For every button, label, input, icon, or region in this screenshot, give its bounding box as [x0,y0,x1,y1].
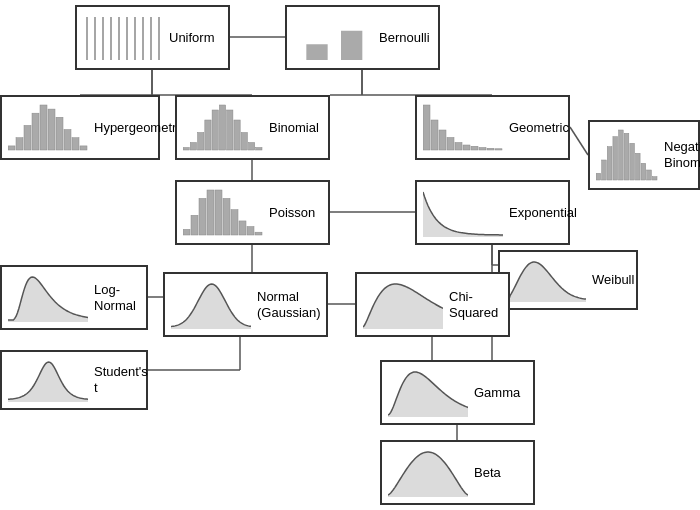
svg-rect-87 [255,232,262,235]
svg-rect-82 [215,190,222,235]
svg-rect-50 [212,110,218,150]
dist-chart-hypergeometric [8,103,88,152]
svg-rect-83 [223,198,230,235]
svg-rect-73 [630,143,635,180]
svg-rect-34 [306,44,327,60]
dist-chart-students-t [8,358,88,402]
dist-label-hypergeometric: Hypergeometric [94,120,186,136]
svg-rect-37 [16,138,23,150]
svg-rect-78 [183,229,190,235]
svg-rect-67 [596,173,601,180]
svg-marker-88 [423,192,503,237]
dist-card-hypergeometric: Hypergeometric [0,95,160,160]
dist-card-bernoulli: Bernoulli [285,5,440,70]
svg-rect-57 [423,105,430,150]
dist-card-students-t: Student's t [0,350,148,410]
svg-rect-62 [463,145,470,150]
svg-rect-59 [439,130,446,150]
dist-card-poisson: Poisson [175,180,330,245]
dist-chart-gamma [388,368,468,417]
svg-rect-66 [495,149,502,150]
svg-rect-77 [652,177,657,180]
svg-rect-35 [341,31,362,60]
dist-card-negative-binomial: Negative Binomial [588,120,700,190]
svg-rect-43 [64,130,71,150]
svg-rect-40 [40,105,47,150]
svg-rect-60 [447,138,454,151]
dist-card-log-normal: Log-Normal [0,265,148,330]
dist-card-normal: Normal (Gaussian) [163,272,328,337]
svg-rect-63 [471,146,478,150]
svg-rect-70 [613,137,618,180]
dist-label-beta: Beta [474,465,501,481]
dist-chart-chi-squared [363,280,443,329]
svg-rect-80 [199,198,206,235]
dist-chart-poisson [183,188,263,237]
svg-rect-61 [455,143,462,151]
dist-chart-log-normal [8,273,88,322]
dist-chart-binomial [183,103,263,152]
svg-rect-36 [8,146,15,150]
svg-rect-41 [48,109,55,150]
svg-rect-74 [635,153,640,180]
dist-label-gamma: Gamma [474,385,520,401]
svg-rect-86 [247,227,254,235]
svg-rect-49 [205,120,211,150]
svg-rect-47 [190,143,196,151]
svg-rect-64 [479,148,486,151]
svg-rect-68 [602,160,607,180]
dist-label-chi-squared: Chi-Squared [449,289,500,320]
dist-card-geometric: Geometric [415,95,570,160]
dist-label-students-t: Student's t [94,364,148,395]
dist-label-log-normal: Log-Normal [94,282,138,313]
dist-label-uniform: Uniform [169,30,215,46]
dist-label-negative-binomial: Negative Binomial [664,139,700,170]
svg-rect-76 [647,170,652,180]
svg-rect-51 [219,105,225,150]
svg-marker-95 [388,452,468,497]
svg-rect-71 [619,130,624,180]
svg-rect-75 [641,163,646,180]
dist-card-gamma: Gamma [380,360,535,425]
svg-rect-69 [607,147,612,180]
dist-chart-geometric [423,103,503,152]
dist-label-exponential: Exponential [509,205,577,221]
svg-rect-45 [80,146,87,150]
dist-chart-negative-binomial [596,128,658,182]
svg-line-9 [570,127,588,155]
svg-rect-46 [183,148,189,151]
dist-label-bernoulli: Bernoulli [379,30,430,46]
dist-card-chi-squared: Chi-Squared [355,272,510,337]
dist-card-weibull: Weibull [498,250,638,310]
svg-rect-56 [256,148,262,151]
dist-chart-beta [388,448,468,497]
dist-card-beta: Beta [380,440,535,505]
dist-label-geometric: Geometric [509,120,569,136]
dist-card-exponential: Exponential [415,180,570,245]
svg-rect-58 [431,120,438,150]
dist-chart-exponential [423,188,503,237]
svg-marker-92 [363,284,443,329]
svg-rect-54 [241,133,247,151]
dist-label-poisson: Poisson [269,205,315,221]
svg-rect-79 [191,215,198,235]
dist-chart-uniform [83,13,163,62]
svg-rect-84 [231,210,238,235]
dist-label-normal: Normal (Gaussian) [257,289,321,320]
dist-chart-weibull [506,258,586,302]
svg-rect-55 [248,143,254,151]
dist-chart-normal [171,280,251,329]
svg-rect-48 [198,133,204,151]
svg-rect-53 [234,120,240,150]
svg-rect-81 [207,190,214,235]
svg-rect-38 [24,125,31,150]
svg-rect-52 [227,110,233,150]
dist-label-weibull: Weibull [592,272,634,288]
dist-chart-bernoulli [293,13,373,62]
svg-rect-72 [624,133,629,180]
svg-rect-42 [56,117,63,150]
dist-label-binomial: Binomial [269,120,319,136]
svg-rect-85 [239,221,246,235]
dist-card-uniform: Uniform [75,5,230,70]
svg-rect-65 [487,148,494,150]
